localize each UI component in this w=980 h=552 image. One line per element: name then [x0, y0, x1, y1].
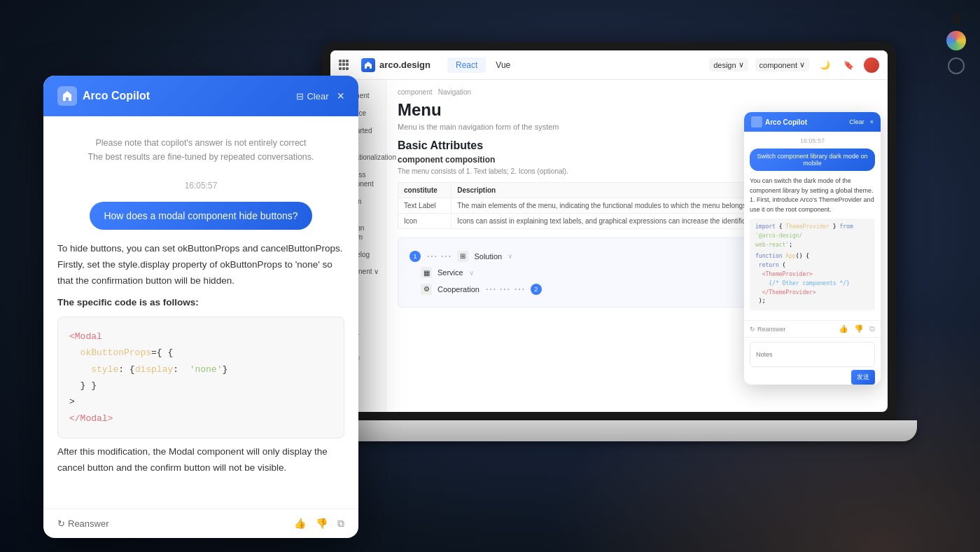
- notice-line2: The best results are fine-tuned by repea…: [57, 150, 344, 164]
- mini-code-children: {/* Other components */}: [755, 280, 869, 289]
- arco-nav: arco.design React Vue design ∨ component…: [330, 50, 888, 80]
- component-chevron: ∨: [799, 60, 805, 69]
- code-line4: } }: [69, 378, 332, 394]
- header-actions: ⊟ Clear ×: [296, 90, 344, 102]
- footer-icons: 👍 👎 ⧉: [294, 518, 344, 530]
- copilot-header: Arco Copilot ⊟ Clear ×: [43, 76, 358, 116]
- clear-label: Clear: [307, 91, 328, 102]
- message-timestamp: 16:05:57: [57, 181, 344, 191]
- arco-logo[interactable]: arco.design: [361, 58, 430, 72]
- arco-logo-svg: [61, 90, 74, 102]
- close-button[interactable]: ×: [337, 90, 344, 102]
- mini-send-button[interactable]: 发送: [851, 370, 875, 385]
- ring-icon: [948, 57, 965, 74]
- nav-tabs: React Vue: [447, 57, 519, 73]
- thumbup-icon[interactable]: 👍: [294, 518, 306, 530]
- table-cell-icon: Icon: [398, 214, 451, 229]
- copilot-body: Please note that copilot's answer is not…: [43, 116, 358, 509]
- copilot-title: Arco Copilot: [83, 90, 150, 102]
- ai-response: To hide buttons, you can set okButtonPro…: [57, 241, 344, 482]
- mini-copilot-logo: Arco Copilot: [751, 116, 807, 127]
- demo-badge-1: 1: [410, 251, 421, 262]
- laptop-screen-inner: arco.design React Vue design ∨ component…: [330, 50, 888, 412]
- mini-code-end: );: [755, 297, 869, 306]
- tab-vue[interactable]: Vue: [487, 57, 519, 73]
- component-label: component: [760, 61, 797, 69]
- mini-thumbup[interactable]: 👍: [839, 324, 848, 333]
- notice-box: Please note that copilot's answer is not…: [57, 130, 344, 170]
- mini-header-actions: Clear ×: [849, 118, 874, 125]
- laptop-screen-outer: arco.design React Vue design ∨ component…: [322, 42, 896, 420]
- user-message-bubble: How does a modal component hide buttons?: [90, 202, 312, 230]
- mini-reanswer-button[interactable]: ↻ Reanswer: [750, 326, 786, 333]
- mini-code-provider: <ThemeProvider>: [755, 270, 869, 280]
- mini-chat-input[interactable]: [750, 342, 875, 367]
- mini-copilot-title: Arco Copilot: [765, 118, 807, 126]
- demo-service-label: Service: [438, 268, 463, 277]
- notice-line1: Please note that copilot's answer is not…: [57, 136, 344, 150]
- user-avatar[interactable]: [864, 57, 879, 73]
- demo-menu-solution: 1 ⋯ ⋯ ⊞ Solution ∨: [410, 249, 512, 263]
- design-dropdown[interactable]: design ∨: [709, 58, 748, 71]
- reanswer-button[interactable]: ↻ Reanswer: [57, 518, 109, 529]
- laptop: arco.design React Vue design ∨ component…: [322, 42, 924, 518]
- code-block: <Modal okButtonProps={ { style: {display…: [57, 317, 344, 439]
- mini-code-import: import { ThemeProvider } from '@arco-des…: [755, 223, 869, 241]
- bookmark-button[interactable]: 🔖: [840, 57, 857, 74]
- design-label: design: [713, 61, 736, 69]
- mini-reanswer-label: Reanswer: [757, 326, 786, 333]
- mini-copilot-panel: Arco Copilot Clear × 16:05:57 Switch com…: [744, 112, 881, 385]
- mini-code-return: return (: [755, 261, 869, 270]
- ai-response-p2: After this modification, the Modal compo…: [57, 444, 344, 476]
- copilot-logo: Arco Copilot: [57, 86, 150, 106]
- demo-coop-icon: ⚙: [421, 284, 432, 295]
- arco-main: component Navigation Menu Menu is the ma…: [386, 80, 888, 412]
- grid-menu-icon[interactable]: [339, 60, 350, 71]
- demo-service-arrow: ∨: [469, 269, 474, 277]
- code-line2: okButtonProps={ {: [69, 345, 332, 361]
- color-circle-icon: [946, 31, 966, 50]
- code-line6: </Modal>: [69, 410, 332, 427]
- demo-service-icon: ▦: [421, 267, 432, 278]
- demo-menu-service: ▦ Service ∨: [410, 267, 474, 278]
- copilot-panel: Arco Copilot ⊟ Clear × Please note that …: [43, 76, 358, 538]
- mini-reanswer-icon: ↻: [750, 326, 755, 333]
- nav-right: design ∨ component ∨ 🌙 🔖: [709, 57, 879, 74]
- mini-copilot-header: Arco Copilot Clear ×: [744, 112, 881, 132]
- component-dropdown[interactable]: component ∨: [755, 58, 809, 71]
- mini-thumbdown[interactable]: 👎: [854, 324, 864, 333]
- breadcrumb-separator: Navigation: [434, 88, 471, 96]
- code-line1: <Modal: [69, 329, 332, 345]
- mini-logo-icon: [751, 116, 762, 127]
- thumbdown-icon[interactable]: 👎: [316, 518, 328, 530]
- demo-solution-arrow: ∨: [507, 252, 512, 260]
- mini-code-func: function App() {: [755, 252, 869, 261]
- mini-close-button[interactable]: ×: [870, 118, 874, 125]
- tab-react[interactable]: React: [447, 57, 486, 73]
- mini-input-area: 发送: [744, 337, 881, 371]
- recording-dot: [951, 14, 961, 24]
- mini-ai-text: You can switch the dark mode of the comp…: [750, 177, 875, 214]
- code-line5: >: [69, 394, 332, 410]
- clear-button[interactable]: ⊟ Clear: [296, 91, 328, 102]
- arco-logo-text: arco.design: [379, 60, 430, 70]
- theme-toggle-button[interactable]: 🌙: [816, 57, 833, 74]
- mini-copy[interactable]: ⧉: [869, 324, 875, 333]
- copy-icon[interactable]: ⧉: [337, 518, 344, 530]
- mini-code-close-provider: </ThemeProvider>: [755, 289, 869, 298]
- table-cell-label: Text Label: [398, 198, 451, 214]
- mini-body: 16:05:57 Switch component library dark m…: [744, 132, 881, 320]
- reanswer-label: Reanswer: [68, 518, 109, 529]
- demo-coop-label: Cooperation: [438, 285, 479, 294]
- mini-clear-button[interactable]: Clear: [849, 118, 864, 125]
- laptop-base: [301, 420, 917, 441]
- clear-icon: ⊟: [296, 91, 304, 102]
- breadcrumb-component: component: [398, 88, 432, 96]
- demo-icon-solution: ⋯ ⋯: [426, 249, 451, 263]
- table-header-constitute: constitute: [398, 183, 451, 198]
- ai-response-bold: The specific code is as follows:: [57, 295, 344, 311]
- top-right-icons: [946, 14, 966, 74]
- copilot-footer: ↻ Reanswer 👍 👎 ⧉: [43, 509, 358, 538]
- mini-code-import2: web-react';: [755, 241, 869, 250]
- mini-user-message: Switch component library dark mode on mo…: [750, 149, 875, 171]
